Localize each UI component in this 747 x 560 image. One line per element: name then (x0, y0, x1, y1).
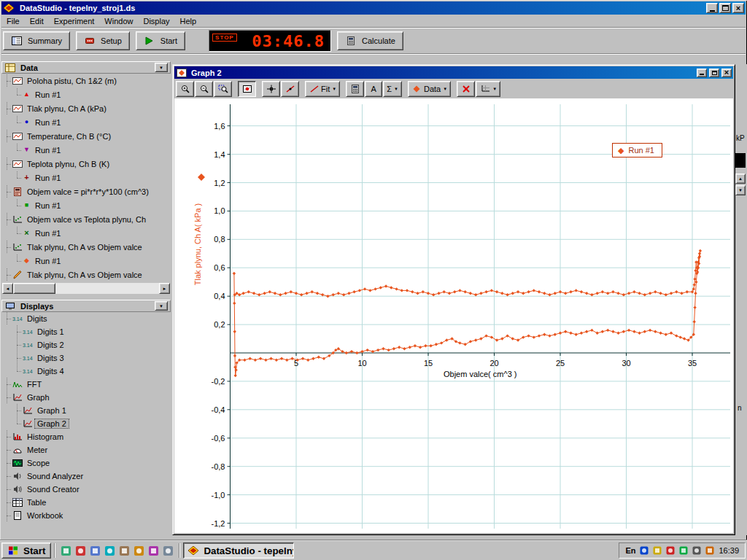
display-item-sound-analyzer-label[interactable]: Sound Analyzer (25, 472, 85, 481)
quicklaunch-icon-5[interactable] (118, 545, 131, 557)
quicklaunch-icon-4[interactable] (104, 545, 116, 557)
graph-restore-button[interactable] (709, 69, 719, 77)
display-item-histogram[interactable]: Histogram (1, 430, 171, 443)
data-item-3[interactable]: Temperature, Ch B (°C) (1, 129, 171, 143)
data-item-6-label[interactable]: Objem valce vs Teplota plynu, Ch (25, 215, 148, 224)
scale-to-fit-button[interactable] (238, 81, 256, 97)
calculator-button[interactable] (346, 81, 364, 97)
quicklaunch-icon-8[interactable] (162, 545, 174, 557)
data-item-3-label[interactable]: Temperature, Ch B (°C) (25, 132, 113, 141)
calculate-button[interactable]: Calculate (337, 31, 403, 50)
data-section-header[interactable]: Data ▼ (1, 61, 171, 74)
tray-icon-5[interactable] (692, 545, 702, 556)
display-item-meter[interactable]: Meter (1, 443, 171, 456)
run-item-label[interactable]: Run #1 (33, 146, 63, 155)
zoom-out-button[interactable] (195, 81, 213, 97)
legend[interactable]: ◆ Run #1 (612, 143, 662, 158)
maximize-button[interactable] (719, 3, 731, 13)
display-item-graph-label[interactable]: Graph (25, 393, 52, 402)
run-item[interactable]: ■Run #1 (1, 198, 171, 212)
graph-window-titlebar[interactable]: Graph 2 × (174, 66, 733, 79)
run-item[interactable]: ◆Run #1 (1, 254, 171, 268)
fragment-scroll-up-icon[interactable]: ▲ (735, 174, 746, 184)
axis-settings-button[interactable]: ▼ (476, 81, 500, 97)
minimize-button[interactable] (706, 3, 718, 13)
run-item-label[interactable]: Run #1 (33, 201, 63, 210)
keyboard-layout-indicator[interactable]: En (625, 546, 635, 555)
tray-icon-2[interactable] (652, 545, 662, 556)
menu-experiment[interactable]: Experiment (49, 15, 100, 27)
summary-button[interactable]: Summary (3, 31, 70, 50)
display-item-workbook-label[interactable]: Workbook (25, 511, 65, 520)
display-item-digits-4[interactable]: 3.14Digits 4 (1, 365, 171, 378)
data-menu-button[interactable]: Data▼ (408, 81, 451, 97)
datastudio-task-button[interactable]: DataStudio - tepelny_... (183, 542, 294, 559)
zoom-in-button[interactable] (176, 81, 194, 97)
scroll-left-icon[interactable]: ◄ (2, 283, 13, 294)
data-item-4-label[interactable]: Teplota plynu, Ch B (K) (25, 160, 112, 168)
display-item-digits-3[interactable]: 3.14Digits 3 (1, 351, 171, 365)
data-item-5[interactable]: Objem valce = pi*r*r*y*100 (cm^3) (1, 184, 171, 198)
display-item-fft[interactable]: FFT (1, 378, 171, 391)
data-item-7-label[interactable]: Tlak plynu, Ch A vs Objem valce (25, 243, 144, 252)
clock[interactable]: 16:39 (719, 546, 739, 555)
fragment-scroll-down-icon[interactable]: ▼ (735, 185, 746, 195)
tray-icon-6[interactable] (705, 545, 715, 556)
fit-menu-button[interactable]: Fit▼ (305, 81, 340, 97)
display-item-scope-label[interactable]: Scope (25, 459, 52, 467)
scrollbar-thumb[interactable] (13, 283, 55, 294)
displays-header-dropdown[interactable]: ▼ (155, 301, 168, 311)
display-item-table-label[interactable]: Table (25, 498, 48, 507)
quicklaunch-icon-2[interactable] (74, 545, 87, 557)
data-item-8[interactable]: Tlak plynu, Ch A vs Objem valce (1, 268, 171, 281)
display-item-meter-label[interactable]: Meter (25, 446, 50, 454)
run-item-label[interactable]: Run #1 (33, 229, 63, 238)
graph-close-button[interactable]: × (721, 69, 732, 77)
run-item[interactable]: +Run #1 (1, 171, 171, 184)
menu-help[interactable]: Help (175, 15, 202, 27)
display-item-graph-2-label[interactable]: Graph 2 (35, 419, 69, 428)
menu-window[interactable]: Window (99, 15, 138, 27)
data-header-dropdown[interactable]: ▼ (155, 63, 168, 72)
smart-tool-button[interactable] (262, 81, 280, 97)
display-item-sound-creator-label[interactable]: Sound Creator (25, 485, 82, 494)
display-item-scope[interactable]: Scope (1, 456, 171, 470)
run-item[interactable]: ×Run #1 (1, 226, 171, 240)
display-item-fft-label[interactable]: FFT (25, 380, 44, 389)
data-item-8-label[interactable]: Tlak plynu, Ch A vs Objem valce (25, 271, 144, 279)
graph-minimize-button[interactable] (697, 69, 707, 77)
scrollbar-track[interactable] (13, 283, 159, 294)
quicklaunch-icon-3[interactable] (89, 545, 101, 557)
run-item[interactable]: ▼Run #1 (1, 143, 171, 157)
zoom-select-button[interactable] (214, 81, 232, 97)
menu-display[interactable]: Display (138, 15, 174, 27)
setup-button[interactable]: Setup (76, 31, 130, 50)
data-item-4[interactable]: Teplota plynu, Ch B (K) (1, 157, 171, 171)
display-item-digits-2[interactable]: 3.14Digits 2 (1, 338, 171, 351)
chart[interactable]: 1,61,41,21,00,80,60,40,2-0,2-0,4-0,6-0,8… (174, 98, 733, 533)
start-button[interactable]: Start (136, 31, 185, 50)
delete-button[interactable] (457, 81, 475, 97)
displays-section-header[interactable]: Displays ▼ (1, 300, 171, 312)
menu-edit[interactable]: Edit (25, 15, 49, 27)
text-annotation-button[interactable]: A (365, 81, 382, 97)
run-item-label[interactable]: Run #1 (33, 174, 63, 182)
data-item-1[interactable]: Poloha pistu, Ch 1&2 (m) (1, 74, 171, 88)
data-item-7[interactable]: Tlak plynu, Ch A vs Objem valce (1, 240, 171, 254)
tray-icon-1[interactable] (639, 545, 649, 556)
display-item-digits-label[interactable]: Digits (25, 314, 50, 323)
display-item-graph[interactable]: Graph (1, 391, 171, 404)
data-item-2[interactable]: Tlak plynu, Ch A (kPa) (1, 101, 171, 115)
data-tree-hscrollbar[interactable]: ◄ ► (2, 283, 170, 294)
data-item-6[interactable]: Objem valce vs Teplota plynu, Ch (1, 212, 171, 226)
statistics-button[interactable]: Σ▼ (383, 81, 402, 97)
quicklaunch-icon-1[interactable] (60, 545, 72, 557)
data-item-2-label[interactable]: Tlak plynu, Ch A (kPa) (25, 104, 109, 113)
data-item-5-label[interactable]: Objem valce = pi*r*r*y*100 (cm^3) (25, 187, 151, 196)
display-item-digits-2-label[interactable]: Digits 2 (35, 341, 66, 349)
run-item-label[interactable]: Run #1 (33, 90, 63, 99)
display-item-histogram-label[interactable]: Histogram (25, 432, 66, 441)
display-item-digits-1[interactable]: 3.14Digits 1 (1, 325, 171, 338)
display-item-digits-3-label[interactable]: Digits 3 (35, 354, 66, 362)
close-button[interactable]: × (732, 3, 744, 13)
